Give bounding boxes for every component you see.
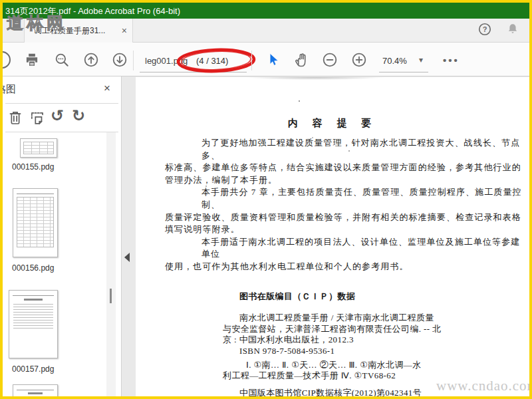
- document-viewer: 内 容 提 要 为了更好地加强工程建设质量管理，针对南水北调工程投资大、战线长、…: [122, 76, 529, 396]
- zoom-field-underline: [379, 72, 428, 72]
- cip-data-block: 图书在版编目（ＣＩＰ）数据 南水北调工程质量手册 / 天津市南水北调工程质量 与…: [223, 291, 442, 396]
- print-icon[interactable]: [23, 51, 41, 68]
- zoom-dropdown-caret-icon[interactable]: ▾: [419, 55, 423, 65]
- app-window: 314页2012年.pdf - Adobe Acrobat Pro (64-bi…: [0, 0, 532, 399]
- page-thumbnail-partial[interactable]: [13, 384, 58, 396]
- select-tool-icon[interactable]: [265, 51, 282, 68]
- thumbnail-label[interactable]: 000155.pdg: [12, 162, 54, 172]
- text-line: 本手册适于南水北调工程的项目法人、设计单位、监理单位及施工单位等参建单位: [165, 236, 527, 261]
- scan-specks: [299, 100, 300, 102]
- clipped-tool-icon[interactable]: [3, 51, 11, 68]
- thumbnail-label[interactable]: 000156.pdg: [12, 263, 54, 273]
- redo-icon[interactable]: ↻: [72, 108, 89, 125]
- search-icon[interactable]: [53, 51, 70, 68]
- text-line: 质量评定验收、质量资料管理和质量检验等，并附有相关的标准摘要、检查记录和表格: [165, 211, 527, 224]
- more-tools-icon[interactable]: •••: [443, 55, 460, 66]
- sidebar-scrollbar[interactable]: [106, 132, 116, 396]
- summary-paragraphs: 为了更好地加强工程建设质量管理，针对南水北调工程投资大、战线长、节点多、 标准高…: [165, 137, 527, 273]
- title-bar: 314页2012年.pdf - Adobe Acrobat Pro (64-bi…: [3, 3, 529, 19]
- window-title: 314页2012年.pdf - Adobe Acrobat Pro (64-bi…: [5, 5, 180, 17]
- cip-number-line: 中国版本图书馆CIP数据核字(2012)第042341号: [223, 388, 442, 396]
- zoom-in-icon[interactable]: [350, 51, 368, 68]
- undo-icon[interactable]: ↺: [51, 108, 68, 125]
- document-tab-label: 调工程质量手册31...: [34, 25, 118, 37]
- page-thumbnail-000157[interactable]: [9, 290, 58, 358]
- previous-page-icon[interactable]: [82, 51, 100, 68]
- text-line: 南水北调工程质量手册 / 天津市南水北调工程质量: [223, 313, 442, 323]
- pdf-page: 内 容 提 要 为了更好地加强工程建设质量管理，针对南水北调工程投资大、战线长、…: [136, 77, 529, 396]
- panel-close-icon[interactable]: ×: [104, 82, 110, 95]
- page-thumbnail-000155[interactable]: [20, 138, 57, 158]
- toolbar: leg001.pdg (4 / 314) 70.4% ▾ •••: [3, 43, 529, 76]
- help-icon[interactable]: ?: [477, 22, 492, 39]
- sidebar-scrollbar-thumb[interactable]: [110, 289, 112, 303]
- thumbnail-list: 000155.pdg 000156.pdg 000157.pdg: [3, 132, 122, 396]
- text-line: Ⅰ. ①南… Ⅱ. ①天… ②天… Ⅲ. ①南水北调—水: [223, 360, 442, 370]
- page-thumbnail-000156[interactable]: [13, 188, 58, 257]
- text-line: 利工程—工程质量—技术手册 Ⅳ. ①TV68-62: [223, 370, 442, 381]
- thumbnail-label[interactable]: 000157.pdg: [12, 364, 54, 374]
- zoom-out-icon[interactable]: [321, 51, 338, 68]
- crop-page-icon[interactable]: [29, 109, 46, 126]
- text-line: 与安全监督站，天津普泽工程咨询有限责任公司编. -- 北: [223, 324, 442, 334]
- delete-pages-icon[interactable]: [7, 109, 24, 126]
- text-line: 为了更好地加强工程建设质量管理，针对南水北调工程投资大、战线长、节点多、: [165, 137, 527, 162]
- thumbnail-table-preview: [23, 142, 54, 154]
- collapse-panel-icon[interactable]: [124, 253, 130, 262]
- thumbnails-panel: 略图 × ↺ ↻ 000155.pdg: [3, 76, 122, 396]
- cip-heading: 图书在版编目（ＣＩＰ）数据: [223, 291, 442, 302]
- text-line: 管理办法，编制了本手册。: [165, 174, 527, 187]
- text-line: 本手册共分 7 章，主要包括质量责任、质量管理、质量控制程序、施工质量控制、: [165, 186, 527, 211]
- panel-title: 略图: [3, 83, 16, 96]
- page-field-underline: [140, 72, 247, 72]
- next-page-icon[interactable]: [111, 51, 128, 68]
- page-indicator: (4 / 314): [196, 56, 228, 66]
- thumbnail-text-preview: [13, 294, 54, 296]
- page-filename-field[interactable]: leg001.pdg: [145, 56, 188, 66]
- notifications-bell-icon[interactable]: [505, 22, 520, 39]
- hand-tool-icon[interactable]: [293, 51, 311, 68]
- tab-bar: 调工程质量手册31... × ?: [3, 19, 529, 43]
- site-watermark: www.cndao.com: [436, 378, 529, 394]
- tab-close-icon[interactable]: ×: [122, 25, 127, 36]
- text-line: 填写说明等附录。: [165, 223, 527, 236]
- text-line: 标准高、参建单位多等特点，结合实施建设以来质量管理方面的经验，参考其他行业的: [165, 162, 527, 174]
- isbn-line: ISBN 978-7-5084-9536-1: [223, 346, 442, 356]
- zoom-level-value[interactable]: 70.4%: [382, 56, 407, 66]
- thumbnail-form-preview: [17, 192, 54, 194]
- scan-shadow: [215, 77, 415, 82]
- text-line: 京 : 中国水利水电出版社，2012.3: [223, 334, 442, 345]
- document-tab[interactable]: 调工程质量手册31... ×: [24, 19, 133, 43]
- content-summary-heading: 内 容 提 要: [136, 117, 529, 130]
- text-line: 使用，也可作为其他水利水电工程单位和个人的参考用书。: [165, 261, 527, 273]
- svg-text:?: ?: [483, 25, 487, 33]
